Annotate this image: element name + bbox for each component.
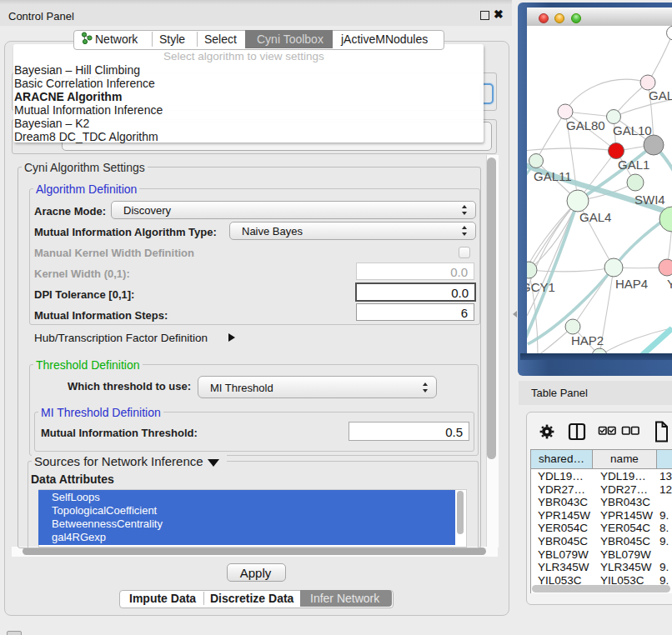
svg-text:GCY1: GCY1 bbox=[527, 280, 555, 294]
svg-text:YE: YE bbox=[667, 277, 672, 291]
svg-text:GAL11: GAL11 bbox=[534, 169, 572, 183]
svg-text:GAL1: GAL1 bbox=[618, 158, 649, 172]
svg-text:GAL7: GAL7 bbox=[649, 88, 672, 102]
svg-text:GAL10: GAL10 bbox=[613, 123, 652, 138]
svg-text:HAP2: HAP2 bbox=[571, 333, 604, 348]
svg-text:SWI4: SWI4 bbox=[634, 192, 665, 207]
svg-text:GAL4: GAL4 bbox=[579, 210, 611, 224]
svg-text:GAL80: GAL80 bbox=[566, 118, 605, 132]
svg-text:HAP4: HAP4 bbox=[615, 277, 648, 291]
